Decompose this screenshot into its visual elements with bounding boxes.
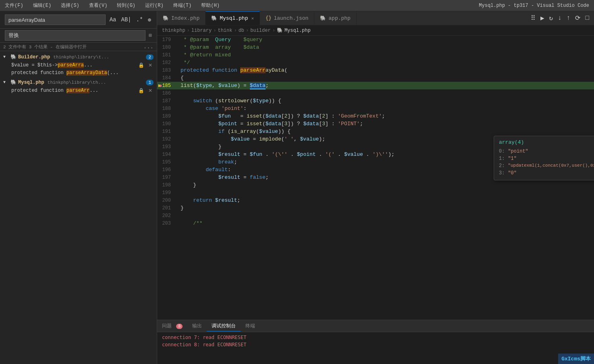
line-number-197: 197 bbox=[157, 174, 177, 181]
restart-icon[interactable]: ⟳ bbox=[573, 12, 582, 24]
result-code-1: $value = $this->parseArra... bbox=[11, 62, 135, 68]
line-content-184: { bbox=[177, 74, 594, 82]
line-content-183: protected function parseArrayData( bbox=[177, 66, 594, 74]
code-line-186: 186 bbox=[157, 89, 594, 97]
tab-problems[interactable]: 问题 8 bbox=[157, 321, 187, 331]
breadcrumb-thinkphp[interactable]: thinkphp bbox=[162, 28, 185, 33]
code-editor[interactable]: array(4) 0: "point" 1: "1" 2: "updatexml… bbox=[157, 36, 594, 320]
use-regex-icon[interactable]: .* bbox=[135, 16, 144, 24]
replace-all-icon[interactable]: ⊞ bbox=[149, 32, 152, 39]
menu-select[interactable]: 选择(S) bbox=[59, 1, 81, 10]
menu-help[interactable]: 帮助(H) bbox=[199, 1, 221, 10]
window-title: Mysql.php - tp317 - Visual Studio Code bbox=[477, 2, 591, 9]
line-number-189: 189 bbox=[157, 112, 177, 120]
popup-index-0: 0: bbox=[499, 149, 505, 154]
code-line-180: 180 * @param array $data bbox=[157, 43, 594, 51]
code-line-188: 188 case 'point': bbox=[157, 105, 594, 112]
popup-item-1: 1: "1" bbox=[499, 155, 594, 162]
breadcrumb-builder[interactable]: builder bbox=[250, 28, 270, 33]
menu-file[interactable]: 文件(F) bbox=[3, 1, 25, 10]
code-line-179: 179 * @param Query $query bbox=[157, 36, 594, 43]
line-number-180: 180 bbox=[157, 43, 177, 51]
refresh-icon[interactable]: ↻ bbox=[548, 12, 555, 24]
split-editor-icon[interactable]: ⠿ bbox=[529, 12, 537, 24]
search-input[interactable] bbox=[5, 14, 106, 25]
code-line-201: 201 } bbox=[157, 204, 594, 212]
close-icon-2[interactable]: ✕ bbox=[147, 87, 154, 94]
popup-item-0: 0: "point" bbox=[499, 148, 594, 155]
tab-index-php[interactable]: 🐘 Index.php bbox=[157, 11, 206, 25]
php-icon-builder: 🐘 bbox=[10, 54, 17, 60]
line-number-196: 196 bbox=[157, 166, 177, 174]
menu-edit[interactable]: 编辑(E) bbox=[31, 1, 53, 10]
hover-popup: array(4) 0: "point" 1: "1" 2: "updatexml… bbox=[494, 136, 594, 180]
result-actions-1: 🔒 ✕ bbox=[137, 62, 154, 68]
line-number-202: 202 bbox=[157, 212, 177, 219]
breadcrumb-mysql-php[interactable]: Mysql.php bbox=[285, 28, 311, 33]
menu-run[interactable]: 运行(R) bbox=[143, 1, 165, 10]
tab-icon-app: 🐘 bbox=[320, 15, 326, 21]
step-over-icon[interactable]: ↓ bbox=[556, 13, 563, 23]
menu-terminal[interactable]: 终端(T) bbox=[172, 1, 193, 10]
file-group-header-builder[interactable]: ▼ 🐘 Builder.php thinkphp\library\t... 2 bbox=[0, 53, 157, 61]
tab-mysql-php[interactable]: 🐘 Mysql.php ✕ bbox=[206, 11, 260, 25]
breadcrumb-db[interactable]: db bbox=[239, 28, 244, 33]
list-item[interactable]: $value = $this->parseArra... 🔒 ✕ bbox=[0, 61, 157, 69]
tab-output[interactable]: 输出 bbox=[187, 321, 207, 331]
tab-icon-mysql: 🐘 bbox=[211, 15, 217, 21]
popup-value-3: "0" bbox=[508, 170, 517, 176]
more-options-icon[interactable]: ... bbox=[143, 43, 154, 50]
tab-launch-json[interactable]: {} launch.json bbox=[260, 11, 314, 25]
tab-debug-console[interactable]: 调试控制台 bbox=[207, 321, 241, 331]
tab-label-app: app.php bbox=[328, 15, 351, 21]
match-case-icon[interactable]: Aa bbox=[109, 16, 117, 24]
lock-icon-2[interactable]: 🔒 bbox=[137, 87, 145, 94]
error-message-1: connection 7: read ECONNRESET bbox=[162, 334, 589, 341]
stop-icon[interactable]: □ bbox=[584, 13, 591, 23]
close-icon[interactable]: ✕ bbox=[147, 62, 154, 68]
code-line-184: 184 { bbox=[157, 74, 594, 82]
sidebar-icons: Aa AB| .* ⊕ bbox=[109, 16, 152, 24]
breadcrumb-library[interactable]: library bbox=[191, 28, 212, 33]
line-content-186 bbox=[177, 89, 594, 97]
popup-value-0: "point" bbox=[508, 149, 528, 154]
list-item[interactable]: protected function parseArrayData(... bbox=[0, 69, 157, 77]
code-line-187: 187 switch (strtolower($type)) { bbox=[157, 97, 594, 105]
line-number-187: 187 bbox=[157, 97, 177, 105]
tab-label-index: Index.php bbox=[171, 15, 199, 21]
code-line-189: 189 $fun = isset($data[2]) ? $data[2] : … bbox=[157, 112, 594, 120]
line-number-191: 191 bbox=[157, 128, 177, 135]
list-item[interactable]: protected function parseArr... 🔒 ✕ bbox=[0, 87, 157, 95]
menu-goto[interactable]: 转到(G) bbox=[115, 1, 137, 10]
tab-close-mysql[interactable]: ✕ bbox=[251, 16, 254, 21]
line-number-186: 186 bbox=[157, 89, 177, 97]
mysql-badge: 1 bbox=[146, 80, 154, 85]
line-number-192: 192 bbox=[157, 135, 177, 143]
tab-app-php[interactable]: 🐘 app.php bbox=[314, 11, 357, 25]
result-actions-3: 🔒 ✕ bbox=[137, 87, 154, 94]
replace-input[interactable] bbox=[5, 30, 145, 41]
line-number-201: 201 bbox=[157, 204, 177, 212]
line-number-182: 182 bbox=[157, 59, 177, 66]
result-code-2: protected function parseArrayData(... bbox=[11, 70, 154, 76]
step-out-icon[interactable]: ↑ bbox=[565, 13, 572, 23]
pin-icon[interactable]: ⊕ bbox=[147, 16, 152, 24]
code-line-199: 199 bbox=[157, 189, 594, 196]
run-icon[interactable]: ▶ bbox=[539, 12, 546, 24]
lock-icon[interactable]: 🔒 bbox=[137, 62, 145, 68]
breadcrumb-think[interactable]: think bbox=[218, 28, 232, 33]
tab-icon-launch: {} bbox=[266, 15, 271, 21]
menu-bar: 文件(F) 编辑(E) 选择(S) 查看(V) 转到(G) 运行(R) 终端(T… bbox=[0, 0, 594, 11]
menu-view[interactable]: 查看(V) bbox=[87, 1, 109, 10]
line-content-201: } bbox=[177, 204, 594, 212]
match-word-icon[interactable]: AB| bbox=[120, 16, 132, 24]
tab-terminal[interactable]: 终端 bbox=[241, 321, 260, 331]
line-number-184: 184 bbox=[157, 74, 177, 82]
terminal-label: 终端 bbox=[245, 323, 255, 329]
line-number-179: 179 bbox=[157, 36, 177, 43]
file-group-header-mysql[interactable]: ▼ 🐘 Mysql.php thinkphp\library\th... 1 bbox=[0, 78, 157, 87]
watermark: GxIcms脚本 bbox=[558, 354, 594, 364]
breadcrumb-icon-mysql: 🐘 bbox=[277, 27, 283, 33]
problems-badge: 8 bbox=[176, 324, 183, 329]
line-content-190: $point = isset($data[3]) ? $data[3] : 'P… bbox=[177, 120, 594, 128]
